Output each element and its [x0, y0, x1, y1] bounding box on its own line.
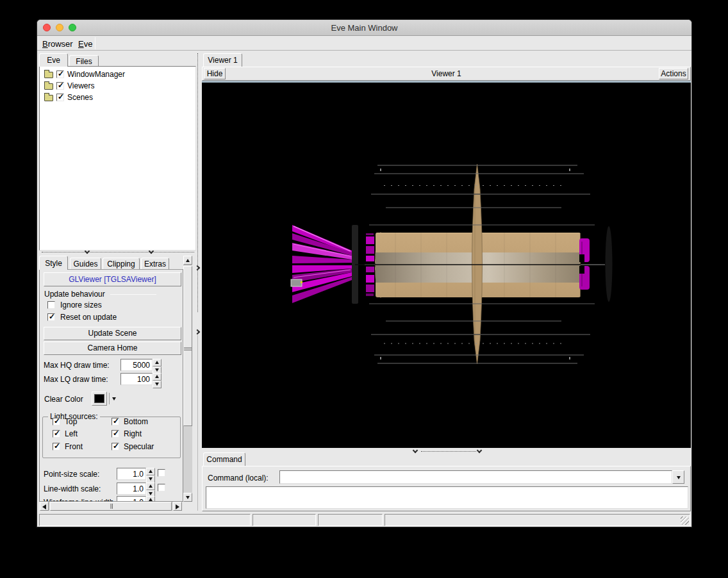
wireframe-input[interactable]: 1.0 [117, 496, 146, 502]
group-rule [110, 294, 156, 295]
viewer-header: Hide Viewer 1 Actions [202, 67, 691, 81]
glviewer-button[interactable]: GLViewer [TGLSAViewer] [44, 272, 181, 286]
tab-files[interactable]: Files [69, 55, 99, 67]
light-top-checkbox[interactable] [53, 418, 60, 425]
max-hq-spinner[interactable] [153, 359, 161, 374]
status-segment [39, 514, 251, 526]
vscrollbar-thumb[interactable] [183, 266, 192, 426]
spin-up-icon[interactable] [146, 483, 155, 490]
wireframe-spinner[interactable] [146, 496, 155, 502]
splitter-collapse-icon[interactable] [477, 448, 482, 453]
line-width-checkbox[interactable] [158, 484, 165, 491]
light-right-checkbox[interactable] [112, 430, 119, 438]
reset-on-update-label: Reset on update [60, 313, 117, 322]
spin-up-icon[interactable] [146, 496, 155, 502]
wireframe-label: Wireframe line-width [44, 498, 113, 502]
menu-eve[interactable]: Eve [76, 38, 95, 49]
right-absorber [606, 226, 613, 302]
point-size-label: Point-size scale: [44, 470, 99, 479]
max-lq-label: Max LQ draw time: [44, 375, 108, 384]
update-scene-button[interactable]: Update Scene [44, 327, 181, 340]
command-output[interactable] [206, 486, 688, 509]
menu-bar: Browser Eve [37, 36, 691, 51]
status-segment [318, 514, 383, 526]
menu-browser[interactable]: Browser [40, 38, 76, 49]
reset-on-update-checkbox[interactable] [47, 313, 55, 321]
endcap-rings [579, 238, 590, 290]
style-vscrollbar[interactable] [183, 256, 192, 502]
command-local-label: Command (local): [208, 474, 269, 483]
style-hscrollbar[interactable] [40, 502, 182, 511]
tree-row-scenes[interactable]: Scenes [40, 92, 195, 104]
scroll-left-icon[interactable] [40, 502, 49, 511]
tab-extras[interactable]: Extras [141, 258, 169, 270]
desktop-background: Eve Main Window Browser Eve Eve Files Wi… [0, 0, 728, 578]
tab-eve[interactable]: Eve [39, 53, 68, 67]
update-behaviour-label: Update behaviour [44, 290, 105, 299]
folder-icon [44, 83, 53, 90]
max-hq-input[interactable]: 5000 [120, 359, 153, 371]
light-front-checkbox[interactable] [53, 443, 60, 450]
tab-viewer1[interactable]: Viewer 1 [203, 53, 242, 67]
spin-down-icon[interactable] [153, 381, 161, 388]
splitter-collapse-icon[interactable] [195, 265, 200, 270]
tab-style[interactable]: Style [39, 256, 68, 270]
menu-divider [95, 37, 95, 49]
scroll-down-icon[interactable] [183, 493, 192, 502]
tree-item-label[interactable]: WindowManager [67, 70, 125, 79]
line-width-label: Line-width scale: [44, 484, 101, 493]
ignore-sizes-label: Ignore sizes [60, 301, 102, 310]
window-title: Eve Main Window [37, 23, 691, 33]
clear-color-swatch[interactable] [92, 392, 107, 406]
point-size-input[interactable]: 1.0 [117, 468, 146, 480]
spin-up-icon[interactable] [153, 359, 161, 367]
tab-clipping[interactable]: Clipping [103, 258, 140, 270]
splitter-collapse-icon[interactable] [413, 448, 418, 453]
light-specular-checkbox[interactable] [112, 443, 119, 450]
tab-guides[interactable]: Guides [70, 258, 101, 270]
clear-color-dropdown[interactable] [109, 393, 118, 404]
tree-row-viewers[interactable]: Viewers [40, 81, 195, 92]
clear-color-label: Clear Color [44, 395, 83, 404]
resize-grip[interactable] [681, 516, 689, 525]
command-panel: Command (local): [202, 466, 691, 511]
viewer-title: Viewer 1 [203, 69, 690, 78]
scroll-up-icon[interactable] [183, 256, 192, 265]
command-input[interactable] [279, 470, 672, 484]
max-lq-input[interactable]: 100 [120, 373, 153, 385]
point-size-spinner[interactable] [146, 468, 155, 483]
thumb-grip [184, 347, 192, 351]
gl-viewport[interactable] [202, 83, 691, 448]
ignore-sizes-checkbox[interactable] [47, 301, 55, 309]
muon-cone-segments [291, 225, 352, 303]
tree-item-label[interactable]: Scenes [67, 93, 93, 102]
light-bottom-checkbox[interactable] [112, 418, 119, 425]
command-dropdown[interactable] [672, 470, 684, 484]
camera-home-button[interactable]: Camera Home [44, 342, 181, 355]
style-panel: GLViewer [TGLSAViewer] Update behaviour … [39, 269, 183, 502]
actions-button[interactable]: Actions [659, 68, 688, 79]
point-size-checkbox[interactable] [158, 469, 165, 477]
folder-icon [44, 95, 53, 101]
spin-up-icon[interactable] [153, 373, 161, 381]
spin-up-icon[interactable] [146, 468, 155, 475]
tree-item-label[interactable]: Viewers [67, 81, 94, 90]
hscrollbar-thumb[interactable] [50, 502, 172, 511]
max-lq-spinner[interactable] [153, 373, 161, 388]
viewer-command-splitter[interactable] [202, 448, 691, 453]
eve-tree-list[interactable]: WindowManager Viewers Scenes [39, 66, 196, 251]
status-segment [252, 514, 316, 526]
scroll-right-icon[interactable] [173, 502, 182, 511]
title-bar[interactable]: Eve Main Window [37, 20, 691, 36]
light-left-checkbox[interactable] [53, 430, 60, 438]
folder-icon [44, 72, 53, 78]
gl-viewport-scene [203, 81, 691, 448]
viewers-checkbox[interactable] [56, 82, 64, 90]
tree-row-windowmanager[interactable]: WindowManager [40, 69, 195, 81]
scenes-checkbox[interactable] [56, 94, 64, 101]
line-width-input[interactable]: 1.0 [117, 483, 146, 495]
tab-command[interactable]: Command [203, 452, 245, 466]
windowmanager-checkbox[interactable] [56, 70, 64, 78]
viewer-frame-edge [202, 81, 691, 83]
splitter-collapse-icon[interactable] [195, 329, 200, 334]
